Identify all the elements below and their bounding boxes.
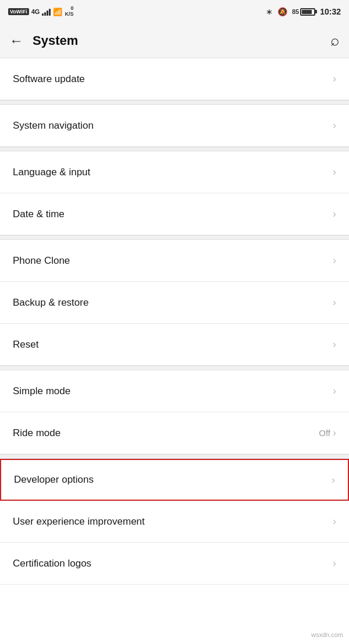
page-header: ← System ⌕ bbox=[0, 23, 349, 58]
menu-item-right: › bbox=[333, 296, 336, 309]
menu-item-backup-restore[interactable]: Backup & restore› bbox=[0, 282, 349, 324]
chevron-right-icon: › bbox=[333, 427, 336, 439]
search-button[interactable]: ⌕ bbox=[330, 31, 340, 49]
battery-icon bbox=[300, 8, 315, 16]
menu-item-label: Simple mode bbox=[13, 385, 70, 397]
menu-item-right: › bbox=[333, 385, 336, 397]
menu-item-developer-options[interactable]: Developer options› bbox=[0, 459, 349, 501]
chevron-right-icon: › bbox=[333, 557, 336, 569]
menu-item-simple-mode[interactable]: Simple mode› bbox=[0, 370, 349, 412]
menu-item-label: System navigation bbox=[13, 120, 94, 132]
section-separator bbox=[0, 100, 349, 105]
section-separator bbox=[0, 147, 349, 151]
back-button[interactable]: ← bbox=[9, 33, 23, 49]
menu-item-certification-logos[interactable]: Certification logos› bbox=[0, 543, 349, 585]
menu-list: Software update›System navigation›Langua… bbox=[0, 58, 349, 585]
chevron-right-icon: › bbox=[333, 338, 336, 351]
menu-item-right: › bbox=[333, 254, 336, 267]
menu-item-label: Date & time bbox=[13, 208, 65, 220]
menu-item-right: › bbox=[333, 166, 336, 178]
menu-item-right: › bbox=[333, 208, 336, 220]
menu-item-label: Phone Clone bbox=[13, 255, 70, 267]
battery-percent: 85 bbox=[292, 8, 299, 15]
mute-icon: 🔕 bbox=[277, 7, 287, 16]
menu-item-value: Off bbox=[319, 428, 330, 438]
chevron-right-icon: › bbox=[333, 208, 336, 220]
chevron-right-icon: › bbox=[333, 166, 336, 178]
menu-item-label: Software update bbox=[13, 73, 85, 85]
menu-item-reset[interactable]: Reset› bbox=[0, 324, 349, 366]
chevron-right-icon: › bbox=[332, 474, 335, 486]
data-speed: 0 K/S bbox=[65, 6, 73, 17]
menu-item-label: User experience improvement bbox=[13, 516, 145, 528]
menu-item-right: › bbox=[333, 557, 336, 569]
bluetooth-icon: ∗ bbox=[266, 7, 273, 16]
menu-item-label: Reset bbox=[13, 339, 38, 351]
menu-item-right: › bbox=[333, 338, 336, 351]
wifi-icon: 📶 bbox=[53, 8, 62, 16]
page-title: System bbox=[33, 33, 78, 48]
menu-item-software-update[interactable]: Software update› bbox=[0, 58, 349, 100]
time-display: 10:32 bbox=[320, 7, 341, 16]
menu-item-label: Certification logos bbox=[13, 558, 91, 569]
chevron-right-icon: › bbox=[333, 385, 336, 397]
signal-bars-icon bbox=[42, 8, 51, 16]
menu-item-right: › bbox=[333, 515, 336, 528]
menu-item-label: Ride mode bbox=[13, 427, 60, 439]
status-bar: VoWiFi 4G 📶 0 K/S ∗ 🔕 85 10:32 bbox=[0, 0, 349, 23]
menu-item-date-time[interactable]: Date & time› bbox=[0, 193, 349, 235]
status-left: VoWiFi 4G 📶 0 K/S bbox=[8, 6, 73, 17]
menu-item-right: › bbox=[333, 73, 336, 85]
chevron-right-icon: › bbox=[333, 119, 336, 132]
battery-container: 85 bbox=[292, 8, 315, 16]
menu-item-system-navigation[interactable]: System navigation› bbox=[0, 105, 349, 147]
status-right: ∗ 🔕 85 10:32 bbox=[266, 7, 341, 16]
menu-item-right: › bbox=[332, 474, 335, 486]
menu-item-ride-mode[interactable]: Ride modeOff› bbox=[0, 412, 349, 454]
menu-item-right: Off› bbox=[319, 427, 336, 439]
watermark: wsxdn.com bbox=[311, 631, 343, 638]
section-separator bbox=[0, 235, 349, 240]
menu-item-label: Developer options bbox=[14, 474, 94, 486]
menu-item-right: › bbox=[333, 119, 336, 132]
battery-fill bbox=[302, 10, 312, 14]
section-separator bbox=[0, 454, 349, 459]
chevron-right-icon: › bbox=[333, 515, 336, 528]
section-separator bbox=[0, 366, 349, 370]
menu-item-label: Language & input bbox=[13, 167, 90, 178]
chevron-right-icon: › bbox=[333, 296, 336, 309]
menu-item-language-input[interactable]: Language & input› bbox=[0, 151, 349, 193]
vowifi-badge: VoWiFi bbox=[8, 8, 29, 15]
menu-item-user-experience-improvement[interactable]: User experience improvement› bbox=[0, 501, 349, 543]
network-type: 4G bbox=[31, 8, 40, 15]
header-left: ← System bbox=[9, 33, 78, 49]
menu-item-label: Backup & restore bbox=[13, 297, 88, 309]
chevron-right-icon: › bbox=[333, 254, 336, 267]
chevron-right-icon: › bbox=[333, 73, 336, 85]
menu-item-phone-clone[interactable]: Phone Clone› bbox=[0, 240, 349, 282]
